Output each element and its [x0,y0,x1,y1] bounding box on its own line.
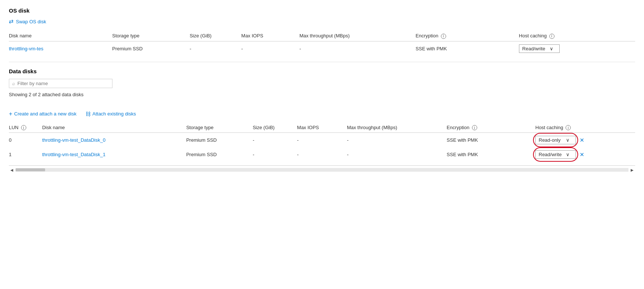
lun-info-icon[interactable]: i [21,125,26,130]
os-disk-title: OS disk [9,7,635,14]
data-disk-caching-chevron-1: ∨ [566,152,570,157]
attach-existing-label: Attach existing disks [92,111,136,117]
scroll-right-arrow[interactable]: ▶ [629,167,635,173]
scrollbar-thumb[interactable] [16,168,45,171]
data-disks-section: Data disks ⌕ Showing 2 of 2 attached dat… [9,68,635,162]
data-disk-caching-value-1: Read/write [539,152,562,157]
attach-icon: ⛓ [85,111,91,117]
data-disk-lun-1: 1 [9,147,42,162]
data-disks-title: Data disks [9,68,635,74]
os-disk-caching-dropdown[interactable]: Read/write ∨ [519,44,560,53]
data-disks-table: LUN i Disk name Storage type Size (GiB) … [9,122,635,162]
data-disk-throughput-0: - [347,133,447,148]
section-divider [9,62,635,62]
os-disk-size: - [190,41,242,56]
create-attach-label: Create and attach a new disk [14,111,76,117]
col-header-iops: Max IOPS [297,122,347,133]
data-disk-caching-dropdown-1[interactable]: Read/write ∨ [535,150,576,159]
filter-search-icon: ⌕ [12,81,15,86]
filter-input[interactable] [17,81,109,86]
data-disk-lun-0: 0 [9,133,42,148]
os-disk-storage-type: Premium SSD [112,41,189,56]
attach-existing-button[interactable]: ⛓ Attach existing disks [85,111,136,117]
data-disk-caching-value-0: Read-only [539,137,560,143]
col-header-diskname: Disk name [42,122,186,133]
data-disk-encryption-1: SSE with PMK [447,147,536,162]
data-disk-iops-1: - [297,147,347,162]
data-disk-delete-btn-1[interactable]: ✕ [580,151,584,158]
data-disk-size-0: - [253,133,297,148]
os-disk-row: throttling-vm-tes Premium SSD - - - SSE … [9,41,635,56]
os-disk-encryption: SSE with PMK [416,41,519,56]
create-attach-button[interactable]: + Create and attach a new disk [9,111,77,117]
data-encryption-info-icon[interactable]: i [472,125,477,130]
os-disk-caching-value: Read/write [522,46,545,51]
data-disk-name-link-1[interactable]: throttling-vm-test_DataDisk_1 [42,147,186,162]
data-disk-delete-btn-0[interactable]: ✕ [580,137,584,144]
data-disk-caching-dropdown-0[interactable]: Read-only ∨ [535,136,576,144]
data-disk-size-1: - [253,147,297,162]
host-caching-circled-1: Read/write ∨ [535,150,576,159]
col-header-encryption: Encryption i [447,122,536,133]
encryption-info-icon[interactable]: i [441,34,446,39]
filter-box[interactable]: ⌕ [9,79,112,88]
data-disk-host-caching-1: Read/write ∨ ✕ [535,147,635,162]
os-col-header-encryption: Encryption i [416,31,519,41]
os-col-header-iops: Max IOPS [241,31,299,41]
data-disk-iops-0: - [297,133,347,148]
data-disk-storage-type-1: Premium SSD [186,147,253,162]
os-disk-host-caching: Read/write ∨ [519,41,635,56]
action-bar: + Create and attach a new disk ⛓ Attach … [9,111,635,117]
data-disk-storage-type-0: Premium SSD [186,133,253,148]
swap-os-disk-button[interactable]: ⇄ Swap OS disk [9,18,635,25]
data-disk-row: 1 throttling-vm-test_DataDisk_1 Premium … [9,147,635,162]
os-col-header-caching: Host caching i [519,31,635,41]
plus-icon: + [9,111,12,117]
os-disk-caching-chevron: ∨ [550,46,553,51]
col-header-lun: LUN i [9,122,42,133]
swap-label: Swap OS disk [16,19,46,24]
os-disk-name-link[interactable]: throttling-vm-tes [9,41,112,56]
showing-text: Showing 2 of 2 attached data disks [9,92,635,97]
col-header-storage: Storage type [186,122,253,133]
col-header-size: Size (GiB) [253,122,297,133]
host-caching-circled-0: Read-only ∨ [535,136,576,144]
col-header-caching: Host caching i [535,122,635,133]
data-disk-host-caching-0: Read-only ∨ ✕ [535,133,635,148]
data-disk-caching-chevron-0: ∨ [566,137,570,143]
os-disk-section: OS disk ⇄ Swap OS disk Disk name Storage… [9,7,635,56]
data-disk-throughput-1: - [347,147,447,162]
data-disk-row: 0 throttling-vm-test_DataDisk_0 Premium … [9,133,635,148]
swap-icon: ⇄ [9,18,14,25]
os-col-header-storage: Storage type [112,31,189,41]
horizontal-scrollbar: ◀ ▶ [9,165,635,174]
os-col-header-throughput: Max throughput (MBps) [299,31,415,41]
os-col-header-diskname: Disk name [9,31,112,41]
host-caching-info-icon[interactable]: i [549,34,554,39]
scrollbar-track[interactable] [16,168,628,172]
os-disk-throughput: - [299,41,415,56]
data-disk-encryption-0: SSE with PMK [447,133,536,148]
data-disk-name-link-0[interactable]: throttling-vm-test_DataDisk_0 [42,133,186,148]
data-caching-info-icon[interactable]: i [566,125,571,130]
col-header-throughput: Max throughput (MBps) [347,122,447,133]
os-disk-table: Disk name Storage type Size (GiB) Max IO… [9,31,635,56]
scroll-left-arrow[interactable]: ◀ [9,167,15,173]
os-disk-iops: - [241,41,299,56]
os-col-header-size: Size (GiB) [190,31,242,41]
